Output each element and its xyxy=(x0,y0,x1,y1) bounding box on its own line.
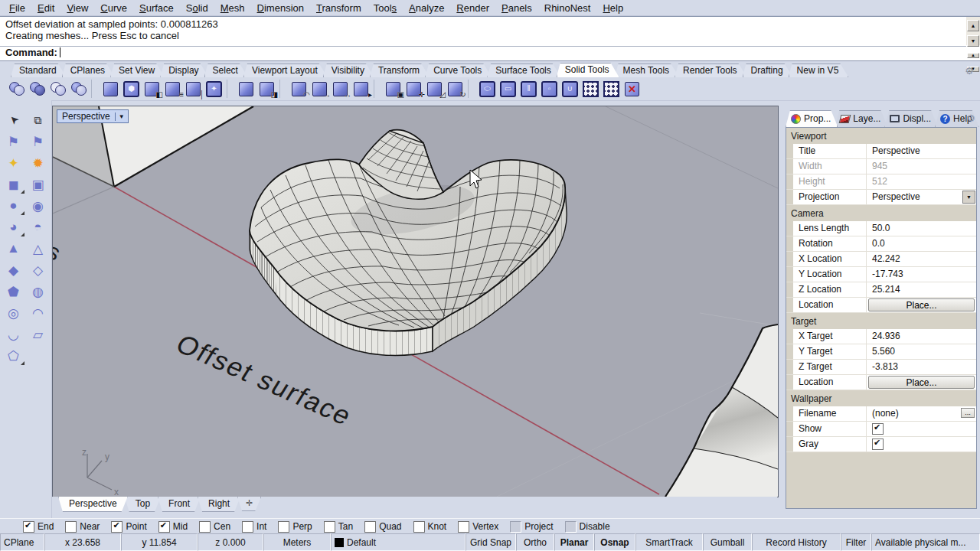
toolbar-tab[interactable]: New in V5 xyxy=(789,64,849,77)
tabbar-gear-icon[interactable]: ⚙ xyxy=(965,65,974,77)
viewport-tab[interactable]: Front xyxy=(158,497,201,512)
toolbar-button[interactable]: ◠ xyxy=(289,79,309,99)
command-history[interactable]: Offset deviation at sampled points: 0.00… xyxy=(0,17,966,47)
toolbar-button[interactable]: → xyxy=(309,79,330,99)
place-button[interactable]: Place... xyxy=(868,376,975,389)
sidebar-tool-button[interactable]: ◇ xyxy=(27,259,50,281)
property-value[interactable]: 0.0▼ xyxy=(867,236,976,251)
osnap-checkbox[interactable] xyxy=(364,521,376,533)
property-value[interactable]: 512▼ xyxy=(867,174,976,189)
toolbar-button[interactable]: ◿ xyxy=(424,79,445,99)
property-value[interactable]: Perspective▼ xyxy=(867,190,976,204)
osnap-toggle[interactable]: Knot xyxy=(413,521,447,533)
osnap-toggle[interactable]: Project xyxy=(510,521,553,533)
toolbar-button[interactable]: ▸ xyxy=(351,79,371,99)
status-segment[interactable]: Record History xyxy=(752,533,841,551)
osnap-checkbox[interactable] xyxy=(278,521,289,533)
menu-item[interactable]: Transform xyxy=(310,2,368,15)
osnap-toggle[interactable]: Mid xyxy=(158,521,188,533)
toolbar-button[interactable]: ✛ xyxy=(403,79,424,99)
viewport-title-dropdown-icon[interactable]: ▼ xyxy=(115,112,128,121)
menu-item[interactable]: Analyze xyxy=(403,2,450,15)
osnap-checkbox[interactable] xyxy=(242,521,253,533)
status-segment[interactable]: Default xyxy=(331,533,466,551)
viewport-title-label[interactable]: Perspective ▼ xyxy=(57,109,129,123)
osnap-toggle[interactable]: Tan xyxy=(324,521,353,533)
viewport-tab[interactable]: Perspective xyxy=(58,497,128,512)
viewport-tab[interactable]: Right xyxy=(198,497,240,512)
toolbar-button[interactable]: ↔ xyxy=(330,79,351,99)
command-history-scrollbar[interactable]: ▲ ▼ xyxy=(966,17,980,45)
osnap-checkbox[interactable] xyxy=(565,521,577,533)
sidebar-tool-button[interactable]: ⚑ xyxy=(2,131,25,152)
sidebar-tool-button[interactable]: ▲ xyxy=(2,238,25,259)
status-segment[interactable]: CPlane xyxy=(0,533,44,551)
toolbar-tab[interactable]: Transform xyxy=(370,64,430,77)
panel-gear-icon[interactable]: ⚙ xyxy=(966,112,975,124)
toolbar-button[interactable] xyxy=(468,80,475,98)
viewport-tab[interactable]: Top xyxy=(125,497,161,512)
menu-item[interactable]: Solid xyxy=(180,2,214,15)
toolbar-button[interactable] xyxy=(580,79,601,99)
toolbar-button[interactable]: │ xyxy=(183,79,204,99)
menu-item[interactable]: Help xyxy=(596,2,629,15)
sidebar-tool-button[interactable]: ◉ xyxy=(27,195,50,217)
toolbar-button[interactable] xyxy=(27,79,47,99)
property-value[interactable]: Perspective▼ xyxy=(867,144,976,158)
sidebar-tool-button[interactable]: ◕ xyxy=(2,217,25,238)
osnap-toggle[interactable]: Vertex xyxy=(458,521,498,533)
sidebar-tool-button[interactable]: △ xyxy=(27,238,50,259)
status-segment[interactable]: Ortho xyxy=(516,533,554,551)
osnap-checkbox[interactable] xyxy=(158,521,170,533)
toolbar-button[interactable]: ⬭ xyxy=(477,79,498,99)
toolbar-tab[interactable]: Surface Tools xyxy=(487,64,561,77)
menu-item[interactable]: Edit xyxy=(31,2,60,15)
osnap-toggle[interactable]: Perp xyxy=(278,521,312,533)
toolbar-button[interactable] xyxy=(374,80,381,98)
sidebar-tool-button[interactable]: ⚑ xyxy=(27,131,50,152)
osnap-toggle[interactable]: Quad xyxy=(364,521,401,533)
osnap-toggle[interactable]: Disable xyxy=(565,521,610,533)
status-segment[interactable]: y 11.854 xyxy=(121,533,198,551)
sidebar-tool-button[interactable]: ⧉ xyxy=(27,109,50,131)
property-value[interactable]: -17.743▼ xyxy=(867,267,976,282)
panel-tab[interactable]: Displ... xyxy=(884,110,938,127)
sidebar-tool-button[interactable]: ◠ xyxy=(27,302,50,324)
scroll-up-icon[interactable]: ▲ xyxy=(967,20,979,31)
sidebar-tool-button[interactable]: ⬠ xyxy=(2,345,25,367)
toolbar-button[interactable]: ◨ xyxy=(256,79,277,99)
toolbar-button[interactable]: ✕ xyxy=(622,79,642,99)
toolbar-tab[interactable]: Render Tools xyxy=(675,64,747,77)
toolbar-button[interactable]: ▭ xyxy=(498,79,518,99)
toolbar-tab[interactable]: Solid Tools xyxy=(557,63,619,77)
menu-item[interactable]: Tools xyxy=(368,2,403,15)
toolbar-tab[interactable]: Select xyxy=(204,64,248,77)
sidebar-tool-button[interactable]: ◡ xyxy=(2,324,25,345)
toolbar-button[interactable]: ◧ xyxy=(142,79,162,99)
toolbar-button[interactable] xyxy=(227,80,234,98)
menu-item[interactable]: RhinoNest xyxy=(538,2,597,15)
toolbar-button[interactable]: ∪ xyxy=(560,79,580,99)
toolbar-button[interactable]: ‖ xyxy=(518,79,539,99)
osnap-checkbox[interactable] xyxy=(199,521,211,533)
property-value[interactable]: 5.560▼ xyxy=(867,344,976,359)
sidebar-tool-button[interactable]: ✹ xyxy=(27,152,50,174)
osnap-checkbox[interactable] xyxy=(65,521,77,533)
property-value[interactable]: ▼ xyxy=(867,422,976,436)
sidebar-tool-button[interactable]: ◓ xyxy=(27,217,50,238)
osnap-toggle[interactable]: End xyxy=(23,521,54,533)
toolbar-button[interactable] xyxy=(236,79,256,99)
osnap-checkbox[interactable] xyxy=(111,521,122,533)
osnap-toggle[interactable]: Near xyxy=(65,521,100,533)
toolbar-button[interactable]: ✦ xyxy=(204,79,224,99)
menu-item[interactable]: Curve xyxy=(94,2,133,15)
property-value[interactable]: -3.813▼ xyxy=(867,360,976,374)
sidebar-tool-button[interactable]: ● xyxy=(2,195,25,217)
osnap-toggle[interactable]: Point xyxy=(111,521,146,533)
spin-up-icon[interactable]: ▲ xyxy=(967,53,979,58)
toolbar-button[interactable] xyxy=(47,79,68,99)
toolbar-tab[interactable]: Viewport Layout xyxy=(243,64,328,77)
property-value[interactable]: 24.936▼ xyxy=(867,329,976,344)
status-segment[interactable]: Gumball xyxy=(703,533,752,551)
osnap-toggle[interactable]: Int xyxy=(242,521,266,533)
